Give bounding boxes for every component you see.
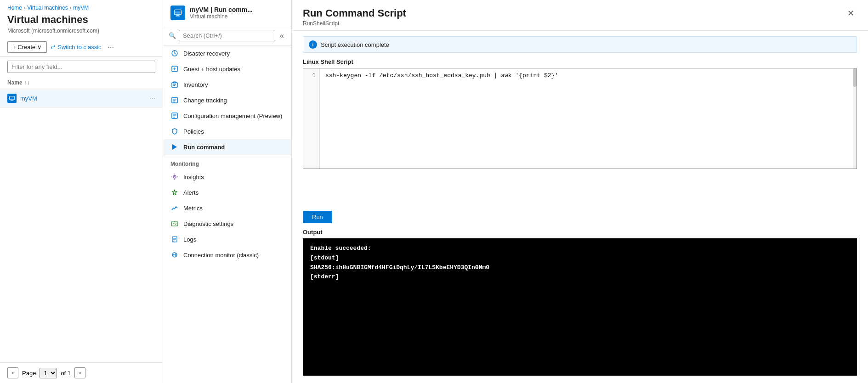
script-label: Linux Shell Script: [303, 58, 857, 65]
menu-item-guest-host-updates[interactable]: Guest + host updates: [163, 61, 291, 77]
search-input[interactable]: [179, 30, 275, 41]
more-options-button[interactable]: ···: [105, 42, 117, 52]
right-header-subtitle: RunShellScript: [303, 20, 406, 27]
run-btn-row: Run: [292, 205, 868, 229]
menu-item-policies[interactable]: Policies: [163, 124, 291, 139]
column-header: Name ↑↓: [0, 77, 163, 89]
vm-header-text: myVM | Run comm... Virtual machine: [190, 6, 253, 20]
panel-subtitle: Microsoft (microsoft.onmicrosoft.com): [0, 28, 163, 38]
svg-rect-4: [176, 15, 179, 16]
policies-label: Policies: [183, 128, 204, 135]
vm-name: myVM: [20, 95, 146, 102]
svg-rect-6: [175, 11, 181, 14]
configuration-management-label: Configuration management (Preview): [183, 113, 282, 119]
breadcrumb-vms[interactable]: Virtual machines: [27, 5, 68, 11]
change-tracking-label: Change tracking: [183, 97, 227, 104]
menu-item-change-tracking[interactable]: Change tracking: [163, 92, 291, 108]
output-label: Output: [303, 229, 857, 236]
code-content[interactable]: ssh-keygen -lf /etc/ssh/ssh_host_ecdsa_k…: [320, 68, 857, 169]
right-header-content: Run Command Script RunShellScript: [303, 7, 406, 27]
vm-more-button[interactable]: ···: [150, 95, 155, 102]
inventory-label: Inventory: [183, 81, 208, 88]
logs-icon: [170, 235, 179, 243]
menu-item-connection-monitor[interactable]: Connection monitor (classic): [163, 247, 291, 263]
of-label: of 1: [61, 370, 71, 377]
search-icon: 🔍: [169, 32, 176, 39]
menu-section: Disaster recovery Guest + host updates I…: [163, 45, 291, 155]
metrics-label: Metrics: [183, 205, 203, 212]
script-section: Linux Shell Script 1 ssh-keygen -lf /etc…: [292, 58, 868, 205]
alerts-label: Alerts: [183, 189, 199, 196]
vm-header-icon: [170, 6, 185, 20]
switch-icon: ⇄: [51, 44, 56, 51]
prev-page-button[interactable]: <: [7, 367, 18, 378]
info-icon: i: [309, 40, 317, 49]
monitoring-section: Insights Alerts Metrics Diagnostic setti…: [163, 169, 291, 263]
connection-monitor-icon: [170, 251, 179, 259]
change-tracking-icon: [170, 96, 179, 104]
disaster-recovery-label: Disaster recovery: [183, 50, 230, 57]
svg-marker-13: [172, 144, 177, 150]
run-command-label: Run command: [183, 144, 225, 151]
name-column-label: Name: [7, 79, 23, 86]
metrics-icon: [170, 204, 179, 212]
left-panel: Home › Virtual machines › myVM Virtual m…: [0, 0, 163, 383]
filter-box: [0, 57, 163, 77]
vm-header: myVM | Run comm... Virtual machine: [163, 0, 291, 26]
run-button[interactable]: Run: [303, 211, 332, 223]
chevron-icon-1: ›: [24, 6, 25, 11]
right-header-title: Run Command Script: [303, 7, 406, 19]
policies-icon: [170, 127, 179, 135]
insights-label: Insights: [183, 174, 204, 180]
diagnostic-settings-icon: [170, 220, 179, 228]
vm-icon: [7, 94, 17, 103]
menu-item-logs[interactable]: Logs: [163, 231, 291, 247]
collapse-button[interactable]: «: [278, 32, 286, 40]
insights-icon: [170, 173, 179, 181]
right-header: Run Command Script RunShellScript ✕: [292, 0, 868, 31]
create-arrow-icon: ∨: [37, 44, 42, 51]
page-label: Page: [22, 370, 36, 377]
chevron-icon-2: ›: [70, 6, 71, 11]
switch-to-classic-button[interactable]: ⇄ Switch to classic: [51, 44, 101, 51]
create-label: + Create: [12, 44, 35, 51]
filter-input[interactable]: [7, 61, 155, 73]
menu-item-configuration-management[interactable]: Configuration management (Preview): [163, 108, 291, 124]
breadcrumb-myvm[interactable]: myVM: [73, 5, 89, 11]
page-title: Virtual machines: [0, 13, 163, 28]
output-section: Output Enable succeeded: [stdout] SHA256…: [292, 229, 868, 383]
inventory-icon: [170, 80, 179, 89]
configuration-management-icon: [170, 112, 179, 120]
create-button[interactable]: + Create ∨: [7, 41, 47, 53]
breadcrumb-home[interactable]: Home: [7, 5, 22, 11]
menu-item-alerts[interactable]: Alerts: [163, 185, 291, 200]
right-panel: Run Command Script RunShellScript ✕ i Sc…: [292, 0, 868, 383]
menu-item-run-command[interactable]: Run command: [163, 139, 291, 155]
scrollbar-track[interactable]: [853, 68, 857, 169]
sort-icon: ↑↓: [24, 79, 30, 86]
vm-header-title: myVM | Run comm...: [190, 6, 253, 13]
next-page-button[interactable]: >: [74, 367, 85, 378]
connection-monitor-label: Connection monitor (classic): [183, 252, 259, 259]
menu-item-diagnostic-settings[interactable]: Diagnostic settings: [163, 216, 291, 231]
menu-item-metrics[interactable]: Metrics: [163, 200, 291, 216]
close-button[interactable]: ✕: [845, 7, 857, 19]
breadcrumb: Home › Virtual machines › myVM: [0, 0, 163, 13]
vm-row[interactable]: myVM ···: [0, 89, 163, 108]
menu-item-inventory[interactable]: Inventory: [163, 77, 291, 92]
logs-label: Logs: [183, 236, 196, 243]
disaster-recovery-icon: [170, 49, 179, 57]
menu-item-disaster-recovery[interactable]: Disaster recovery: [163, 45, 291, 61]
svg-rect-2: [11, 101, 13, 101]
toolbar: + Create ∨ ⇄ Switch to classic ···: [0, 38, 163, 57]
switch-label: Switch to classic: [57, 44, 101, 51]
page-select[interactable]: 1: [40, 368, 57, 378]
menu-item-insights[interactable]: Insights: [163, 169, 291, 185]
scrollbar-thumb: [853, 68, 857, 87]
script-editor[interactable]: 1 ssh-keygen -lf /etc/ssh/ssh_host_ecdsa…: [303, 68, 857, 169]
middle-panel: myVM | Run comm... Virtual machine 🔍 « D…: [163, 0, 292, 383]
guest-host-updates-label: Guest + host updates: [183, 66, 240, 73]
svg-point-15: [174, 176, 175, 177]
info-message: Script execution complete: [321, 41, 389, 48]
line-numbers: 1: [303, 68, 320, 169]
